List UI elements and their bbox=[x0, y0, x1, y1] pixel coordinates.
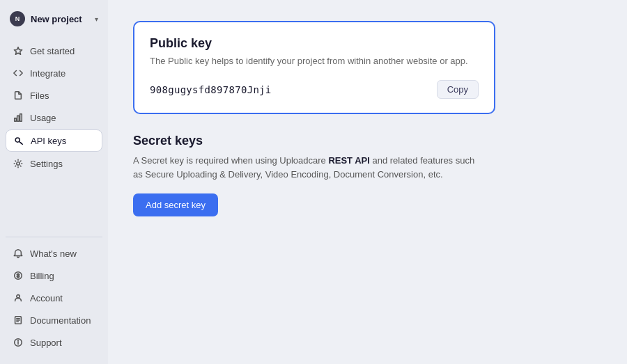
key-icon bbox=[13, 135, 24, 146]
svg-line-6 bbox=[21, 143, 22, 143]
sidebar-item-files[interactable]: Files bbox=[6, 85, 102, 106]
project-name: New project bbox=[31, 14, 89, 24]
sidebar-item-label: Billing bbox=[30, 271, 54, 281]
sidebar-item-label: Documentation bbox=[30, 315, 91, 326]
svg-point-16 bbox=[18, 340, 19, 341]
sidebar-divider bbox=[6, 237, 102, 237]
sidebar-nav: Get started Integrate Files Usage bbox=[0, 40, 108, 231]
secret-keys-desc-text1: A Secret key is required when using Uplo… bbox=[133, 155, 328, 166]
svg-rect-1 bbox=[15, 118, 17, 121]
svg-point-7 bbox=[17, 162, 20, 165]
sidebar-item-settings[interactable]: Settings bbox=[6, 153, 102, 174]
public-key-value: 908gugysfd897870Jnji bbox=[150, 84, 272, 95]
sidebar-item-label: Integrate bbox=[30, 68, 65, 79]
sidebar-item-get-started[interactable]: Get started bbox=[6, 40, 102, 61]
sidebar-item-integrate[interactable]: Integrate bbox=[6, 63, 102, 84]
secret-keys-section: Secret keys A Secret key is required whe… bbox=[133, 134, 602, 216]
sidebar-item-account[interactable]: Account bbox=[6, 287, 102, 308]
secret-keys-title: Secret keys bbox=[133, 134, 602, 148]
rest-api-highlight: REST API bbox=[328, 155, 369, 166]
svg-point-9 bbox=[17, 295, 20, 298]
chevron-down-icon: ▾ bbox=[95, 15, 98, 23]
public-key-row: 908gugysfd897870Jnji Copy bbox=[150, 80, 479, 99]
code-icon bbox=[13, 68, 24, 79]
public-key-title: Public key bbox=[150, 36, 479, 51]
sidebar-item-label: Files bbox=[30, 90, 49, 101]
sidebar-item-usage[interactable]: Usage bbox=[6, 107, 102, 128]
project-logo: N bbox=[10, 11, 25, 26]
sidebar-item-label: Account bbox=[30, 293, 63, 303]
project-selector[interactable]: N New project ▾ bbox=[0, 0, 108, 40]
sidebar-item-label: Get started bbox=[30, 46, 75, 56]
sidebar-item-whats-new[interactable]: What's new bbox=[6, 243, 102, 264]
sidebar-item-documentation[interactable]: Documentation bbox=[6, 310, 102, 331]
svg-marker-0 bbox=[14, 47, 22, 55]
sidebar-item-label: Settings bbox=[30, 159, 63, 169]
sidebar-item-label: What's new bbox=[30, 248, 77, 259]
public-key-description: The Public key helps to identify your pr… bbox=[150, 55, 479, 68]
person-icon bbox=[13, 292, 24, 303]
sidebar-item-support[interactable]: Support bbox=[6, 332, 102, 353]
star-icon bbox=[13, 45, 24, 56]
sidebar-item-label: API keys bbox=[31, 136, 66, 146]
gear-icon bbox=[13, 158, 24, 169]
sidebar-item-api-keys[interactable]: API keys bbox=[6, 129, 102, 152]
sidebar: N New project ▾ Get started Integrate Fi… bbox=[0, 0, 108, 364]
file-icon bbox=[13, 90, 24, 101]
dollar-icon bbox=[13, 270, 24, 281]
public-key-card: Public key The Public key helps to ident… bbox=[133, 21, 495, 114]
svg-rect-3 bbox=[20, 114, 22, 122]
sidebar-item-label: Support bbox=[30, 338, 62, 348]
sidebar-item-billing[interactable]: Billing bbox=[6, 265, 102, 286]
copy-button[interactable]: Copy bbox=[437, 80, 479, 99]
svg-rect-2 bbox=[17, 116, 20, 121]
sidebar-item-label: Usage bbox=[30, 113, 56, 123]
doc-icon bbox=[13, 315, 24, 326]
main-content: Public key The Public key helps to ident… bbox=[108, 0, 627, 364]
chart-icon bbox=[13, 112, 24, 123]
add-secret-key-button[interactable]: Add secret key bbox=[133, 193, 218, 216]
bell-icon bbox=[13, 248, 24, 259]
info-icon bbox=[13, 337, 24, 348]
sidebar-bottom: What's new Billing Account Documentation bbox=[0, 243, 108, 364]
secret-keys-description: A Secret key is required when using Uplo… bbox=[133, 154, 481, 181]
